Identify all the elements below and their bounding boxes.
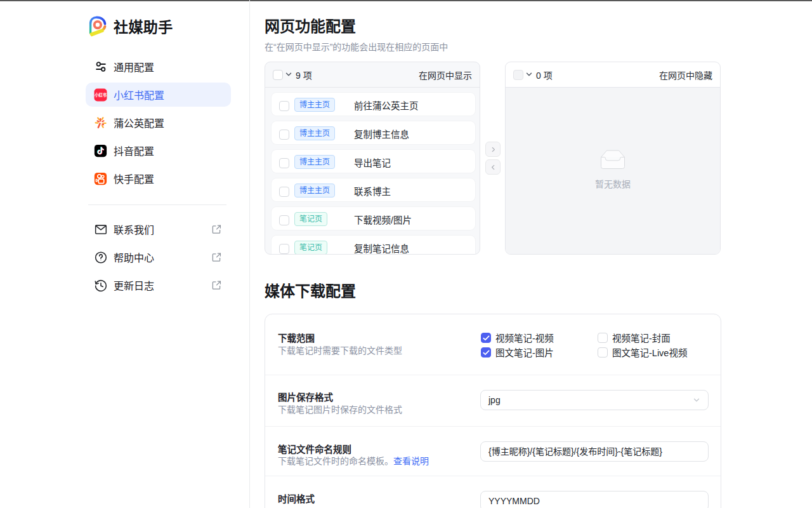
svg-text:小红书: 小红书 (95, 92, 107, 98)
